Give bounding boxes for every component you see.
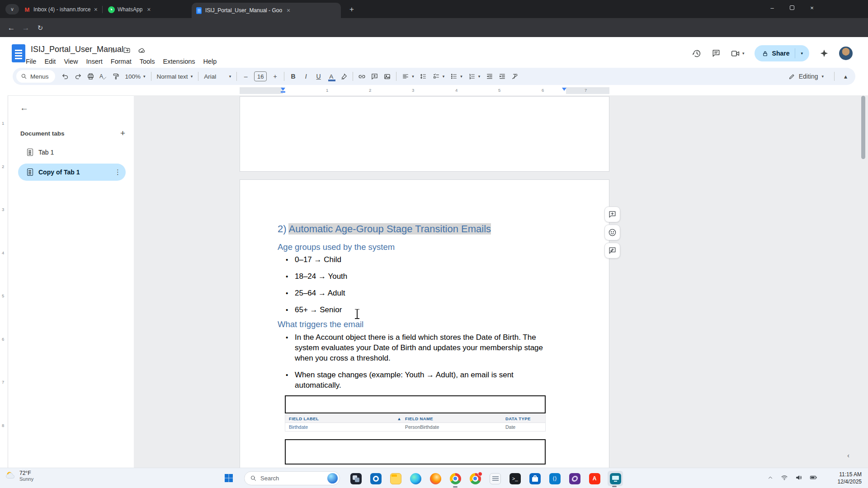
menu-format[interactable]: Format	[108, 57, 135, 66]
paragraph-style-select[interactable]: Normal text▾	[154, 70, 196, 83]
comment-history-icon[interactable]	[712, 49, 721, 58]
wifi-icon[interactable]	[781, 474, 788, 481]
taskbar-display-app-icon[interactable]	[608, 471, 623, 486]
font-size-decrease-button[interactable]: –	[240, 70, 252, 83]
taskbar-chrome-profile-icon[interactable]	[468, 472, 482, 485]
browser-tab-gmail[interactable]: M Inbox (4) - ishann.tforce@gmai ×	[20, 3, 102, 16]
taskbar-edge-icon[interactable]	[409, 472, 422, 485]
document-page-previous[interactable]	[240, 96, 609, 172]
bold-button[interactable]: B	[287, 70, 299, 83]
browser-tab-whatsapp[interactable]: WhatsApp ×	[104, 3, 184, 16]
sidebar-back-button[interactable]: ←	[20, 103, 28, 113]
vertical-scrollbar-thumb[interactable]	[861, 96, 865, 159]
bulleted-list-button[interactable]: ▾	[448, 70, 465, 83]
window-close-button[interactable]: ×	[802, 0, 822, 15]
version-history-icon[interactable]	[692, 49, 702, 58]
increase-indent-button[interactable]	[496, 70, 508, 83]
underline-button[interactable]: U	[312, 70, 325, 83]
show-side-panel-icon[interactable]: ‹	[847, 451, 849, 459]
menu-insert[interactable]: Insert	[83, 57, 106, 66]
decrease-indent-button[interactable]	[483, 70, 495, 83]
undo-button[interactable]	[59, 70, 71, 83]
taskbar-acrobat-icon[interactable]: A	[588, 472, 601, 485]
taskbar-notepad-icon[interactable]	[488, 472, 502, 485]
browser-tab-docs-active[interactable]: ISIJ_Portal_User_Manual - Goo ×	[192, 3, 341, 18]
taskbar-clock[interactable]: 11:15 AM 12/4/2025	[838, 471, 862, 485]
editing-mode-button[interactable]: Editing ▾	[783, 70, 829, 83]
taskbar-task-view-icon[interactable]	[349, 472, 363, 485]
taskbar-firefox-icon[interactable]	[429, 472, 442, 485]
add-reaction-float-button[interactable]	[604, 225, 620, 240]
numbered-list-button[interactable]: ▾	[466, 70, 483, 83]
first-line-indent-marker[interactable]	[281, 91, 285, 93]
tab-options-kebab-icon[interactable]: ⋮	[114, 168, 121, 176]
redo-button[interactable]	[72, 70, 84, 83]
menus-search-button[interactable]: Menus	[16, 70, 55, 83]
reload-button[interactable]: ↻	[34, 22, 46, 34]
taskbar-search-box[interactable]: Search	[244, 471, 340, 485]
embedded-screenshot-box-bottom[interactable]	[285, 439, 546, 465]
back-button[interactable]: ←	[5, 22, 17, 34]
tab-close-icon[interactable]: ×	[145, 6, 152, 13]
sidebar-item-tab1[interactable]: Tab 1	[18, 144, 126, 161]
sidebar-item-copy-of-tab1[interactable]: Copy of Tab 1 ⋮	[18, 164, 126, 181]
highlight-color-button[interactable]	[338, 70, 350, 83]
add-tab-button[interactable]: +	[120, 128, 125, 138]
add-comment-button[interactable]	[368, 70, 381, 83]
taskbar-visual-studio-icon[interactable]	[568, 472, 581, 485]
right-indent-marker[interactable]	[562, 88, 566, 91]
horizontal-ruler[interactable]: 1 2 3 4 5 6 7	[0, 86, 868, 95]
add-comment-float-button[interactable]	[604, 206, 620, 222]
hidden-icons-chevron-icon[interactable]	[767, 474, 774, 481]
suggest-edits-float-button[interactable]	[604, 243, 620, 258]
account-avatar[interactable]	[839, 47, 853, 60]
embedded-screenshot-box-top[interactable]	[285, 395, 546, 413]
move-to-folder-icon[interactable]	[123, 47, 131, 54]
taskbar-chrome-icon[interactable]	[448, 472, 462, 485]
tab-close-icon[interactable]: ×	[93, 6, 99, 13]
taskbar-file-explorer-icon[interactable]	[389, 472, 402, 485]
taskbar-terminal-icon[interactable]: >_	[508, 472, 522, 485]
join-call-button[interactable]: ▾	[731, 49, 745, 58]
hide-menus-button[interactable]: ▴	[840, 70, 852, 83]
menu-help[interactable]: Help	[200, 57, 220, 66]
print-button[interactable]	[85, 70, 97, 83]
insert-link-button[interactable]	[356, 70, 368, 83]
paint-format-button[interactable]	[110, 70, 122, 83]
font-size-input[interactable]: 16	[254, 71, 267, 81]
start-button[interactable]	[223, 473, 234, 485]
share-button[interactable]: Share ▾	[755, 45, 809, 61]
window-minimize-button[interactable]: –	[762, 0, 782, 15]
line-spacing-button[interactable]	[417, 70, 429, 83]
star-document-icon[interactable]: ☆	[109, 46, 116, 55]
menu-view[interactable]: View	[61, 57, 81, 66]
tab-search-button[interactable]: ∨	[5, 4, 19, 14]
text-color-button[interactable]: A	[325, 70, 337, 83]
forward-button[interactable]: →	[20, 22, 32, 34]
font-select[interactable]: Arial▾	[201, 70, 234, 83]
zoom-select[interactable]: 100%▾	[123, 70, 148, 83]
gemini-icon[interactable]	[819, 48, 829, 58]
taskbar-vscode-icon[interactable]: ⟨⟩	[548, 472, 561, 485]
window-maximize-button[interactable]	[782, 0, 802, 15]
weather-widget[interactable]: 72°F Sunny	[5, 470, 33, 482]
insert-image-button[interactable]	[381, 70, 393, 83]
left-indent-marker[interactable]	[281, 88, 285, 91]
vertical-ruler[interactable]: 1 2 3 4 5 6 7 8	[0, 95, 8, 468]
menu-edit[interactable]: Edit	[41, 57, 59, 66]
align-button[interactable]: ▾	[399, 70, 417, 83]
volume-icon[interactable]	[795, 474, 802, 481]
clear-formatting-button[interactable]	[509, 70, 521, 83]
tab-close-icon[interactable]: ×	[285, 7, 292, 14]
menu-file[interactable]: File	[23, 57, 39, 66]
menu-extensions[interactable]: Extensions	[160, 57, 198, 66]
new-tab-button[interactable]: +	[346, 5, 357, 14]
checklist-button[interactable]: ▾	[430, 70, 448, 83]
font-size-increase-button[interactable]: +	[269, 70, 281, 83]
spellcheck-button[interactable]: A	[97, 70, 109, 83]
italic-button[interactable]: I	[300, 70, 312, 83]
menu-tools[interactable]: Tools	[137, 57, 158, 66]
cloud-saved-icon[interactable]	[138, 47, 146, 55]
share-dropdown-icon[interactable]: ▾	[801, 51, 803, 56]
taskbar-outlook-icon[interactable]	[369, 472, 382, 485]
